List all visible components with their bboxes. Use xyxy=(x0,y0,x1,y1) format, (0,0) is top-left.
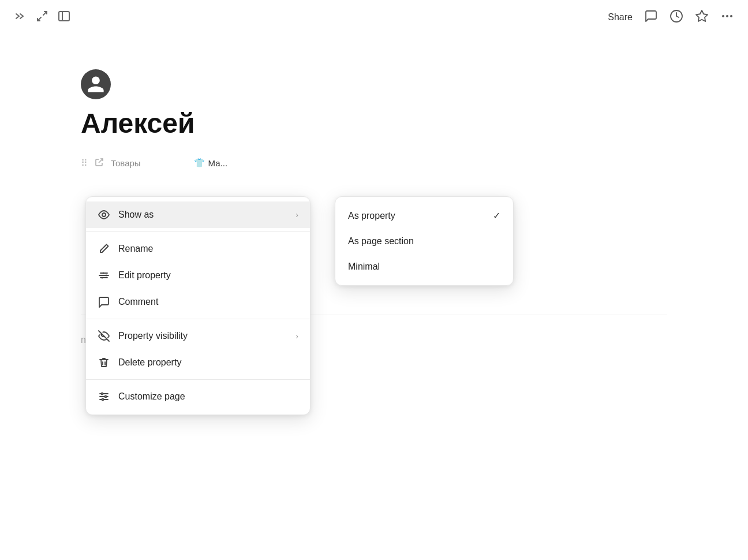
toolbar-right: Share xyxy=(608,9,734,26)
svg-point-14 xyxy=(103,272,104,274)
delete-property-label: Delete property xyxy=(118,357,298,368)
customize-page-label: Customize page xyxy=(118,391,298,402)
property-value: Ма... xyxy=(208,158,228,168)
menu-item-property-visibility[interactable]: Property visibility › xyxy=(86,323,310,349)
svg-point-25 xyxy=(102,399,104,401)
forward-icon[interactable] xyxy=(14,10,27,25)
menu-item-show-as[interactable]: Show as › xyxy=(86,201,310,228)
property-visibility-label: Property visibility xyxy=(118,331,287,341)
as-property-check: ✓ xyxy=(493,210,500,221)
property-label: Товары xyxy=(111,158,141,168)
link-icon xyxy=(95,158,104,169)
as-property-label: As property xyxy=(348,211,395,221)
show-as-chevron: › xyxy=(296,210,298,219)
minimal-label: Minimal xyxy=(348,262,380,272)
submenu-item-as-property[interactable]: As property ✓ xyxy=(335,203,513,229)
svg-point-23 xyxy=(102,393,103,395)
show-as-label: Show as xyxy=(118,210,287,220)
comment-icon[interactable] xyxy=(644,9,658,26)
eye-icon xyxy=(98,208,110,221)
sidebar-icon[interactable] xyxy=(58,10,70,25)
property-value-area: 👕 Ма... xyxy=(194,158,228,168)
svg-point-8 xyxy=(730,15,732,17)
visibility-icon xyxy=(98,330,110,342)
svg-line-9 xyxy=(99,159,103,163)
svg-marker-5 xyxy=(696,10,708,21)
edit-property-label: Edit property xyxy=(118,270,298,281)
submenu-item-as-page-section[interactable]: As page section xyxy=(335,229,513,254)
history-icon[interactable] xyxy=(670,9,683,26)
delete-icon xyxy=(98,356,110,369)
svg-point-24 xyxy=(105,396,107,398)
svg-rect-2 xyxy=(59,12,69,21)
property-visibility-chevron: › xyxy=(296,331,298,341)
comment-label: Comment xyxy=(118,297,298,307)
menu-item-comment[interactable]: Comment xyxy=(86,289,310,315)
menu-item-customize-page[interactable]: Customize page xyxy=(86,383,310,410)
drag-handle-icon[interactable]: ⠿ xyxy=(81,158,88,169)
submenu-show-as: As property ✓ As page section Minimal xyxy=(335,196,514,286)
svg-point-15 xyxy=(106,275,107,277)
share-button[interactable]: Share xyxy=(608,12,633,23)
star-icon[interactable] xyxy=(695,9,709,26)
divider-1 xyxy=(86,232,310,232)
property-row: ⠿ Товары 👕 Ма... xyxy=(81,158,667,169)
divider-2 xyxy=(86,319,310,319)
svg-point-10 xyxy=(102,213,106,216)
menu-item-delete-property[interactable]: Delete property xyxy=(86,349,310,376)
svg-point-7 xyxy=(726,15,728,17)
edit-property-icon xyxy=(98,269,110,282)
menu-item-edit-property[interactable]: Edit property xyxy=(86,262,310,289)
comment-menu-icon xyxy=(98,296,110,308)
rename-label: Rename xyxy=(118,244,298,254)
divider-3 xyxy=(86,379,310,380)
toolbar: Share xyxy=(0,0,748,35)
as-page-section-label: As page section xyxy=(348,236,414,247)
arrows-icon[interactable] xyxy=(36,10,48,25)
svg-point-16 xyxy=(102,277,103,279)
customize-icon xyxy=(98,390,110,403)
svg-point-6 xyxy=(722,15,724,17)
rename-icon xyxy=(98,242,110,255)
toolbar-left xyxy=(14,10,70,25)
page-title[interactable]: Алексей xyxy=(81,109,667,139)
avatar xyxy=(81,69,111,99)
context-menu: Show as › Rename Edit property xyxy=(85,196,311,415)
submenu-item-minimal[interactable]: Minimal xyxy=(335,254,513,279)
more-icon[interactable] xyxy=(720,9,734,26)
menu-item-rename[interactable]: Rename xyxy=(86,236,310,262)
